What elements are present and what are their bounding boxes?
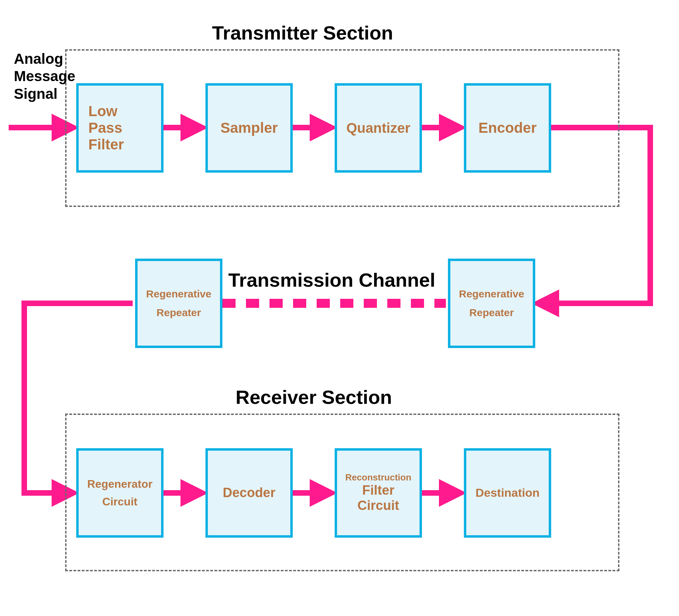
reconstruction-label-mid: Filter <box>362 483 395 498</box>
transmission-channel-title: Transmission Channel <box>228 269 435 291</box>
analog-message-signal-label: Analog Message Signal <box>14 50 75 103</box>
regenerator-circuit-block: Regenerator Circuit <box>76 448 164 538</box>
decoder-block: Decoder <box>205 448 293 538</box>
receiver-section-title: Receiver Section <box>236 386 392 408</box>
regenerative-repeater-right: Regenerative Repeater <box>448 259 535 348</box>
encoder-block: Encoder <box>464 83 551 173</box>
reconstruction-filter-block: Reconstruction Filter Circuit <box>335 448 422 538</box>
transmitter-section-title: Transmitter Section <box>212 21 393 44</box>
low-pass-filter-block: Low Pass Filter <box>76 83 164 173</box>
quantizer-block: Quantizer <box>335 83 422 173</box>
destination-block: Destination <box>464 448 551 538</box>
regenerative-repeater-left: Regenerative Repeater <box>135 259 222 348</box>
sampler-block: Sampler <box>205 83 293 173</box>
reconstruction-label-top: Reconstruction <box>345 472 412 483</box>
reconstruction-label-bot: Circuit <box>358 498 399 513</box>
